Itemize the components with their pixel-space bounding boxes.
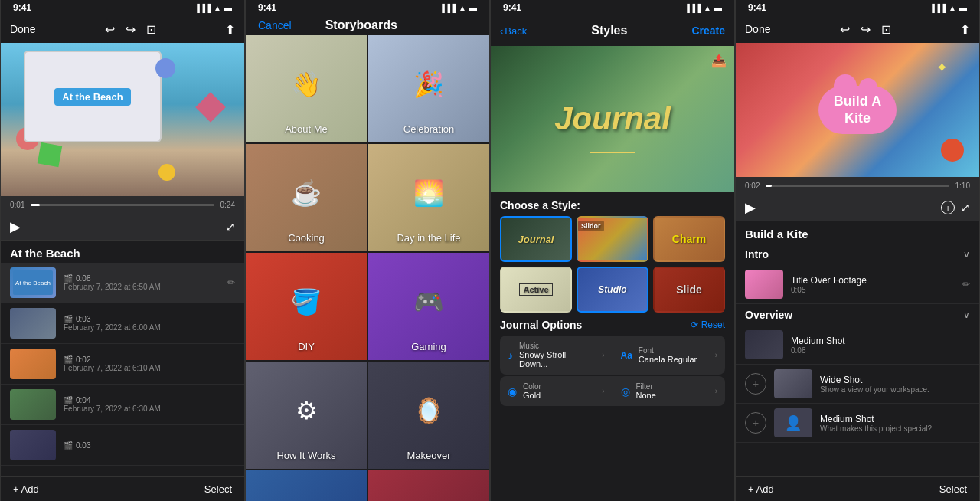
style-item-active[interactable]: Active [500,267,572,313]
toolbar-center-1: ↩ ↪ ⊡ [105,22,156,37]
battery-icon: ▬ [224,4,232,12]
clip-item-2[interactable]: 🎬 0:03 February 7, 2022 at 6:00 AM [1,303,244,344]
option-row-2: ◉ Color Gold › ◎ Filter None › [500,376,725,406]
options-header: Journal Options ⟳ Reset [500,319,725,331]
grid-item-how-it-works[interactable]: ⚙ How It Works [246,362,367,469]
clip-item-4[interactable]: 🎬 0:04 February 7, 2022 at 6:30 AM [1,385,244,425]
undo-icon[interactable]: ↩ [105,22,115,37]
share-icon-4[interactable]: ⬆ [960,23,970,36]
gaming-label: Gaming [368,341,489,352]
clip-thumb-2 [10,308,56,339]
timeline-bar-1: 0:01 0:24 [1,196,244,214]
crop-icon-4[interactable]: ⊡ [881,22,891,37]
clip-edit-1[interactable]: ✏ [227,277,235,288]
grid-item-diy[interactable]: 🪣 DIY [246,253,367,360]
gaming-icon: 🎮 [413,287,444,316]
status-icons-4: ▐▐▐ ▲ ▬ [929,4,967,12]
add-wide-shot-button[interactable]: + [745,373,766,395]
battery-icon-2: ▬ [469,4,477,12]
grid-item-day-in-life[interactable]: 🌅 Day in the Life [368,144,489,251]
style-active-text: Active [519,283,552,296]
clip-item-1[interactable]: At the Beach 🎬 0:08 February 7, 2022 at … [1,263,244,303]
grid-item-cooking[interactable]: ☕ Cooking [246,144,367,251]
status-bar-2: 9:41 ▐▐▐ ▲ ▬ [246,0,489,15]
filter-option[interactable]: ◎ Filter None › [613,376,726,406]
style-item-colorful[interactable]: Slidor [577,216,648,262]
create-button[interactable]: Create [691,25,725,37]
overview-clip-title-1: Medium Shot [791,336,970,346]
done-button-4[interactable]: Done [745,23,770,35]
style-item-journal[interactable]: Journal [500,216,572,262]
undo-icon-4[interactable]: ↩ [840,22,850,37]
project-title-1: At the Beach [1,241,244,263]
timeline-track-1[interactable] [31,204,214,206]
play-button-1[interactable]: ▶ [10,218,21,235]
intro-clip-edit-1[interactable]: ✏ [962,279,970,290]
clip-info-1: 🎬 0:08 February 7, 2022 at 6:50 AM [64,274,220,291]
grid-item-about-me[interactable]: 👋 About Me [246,35,367,142]
font-option[interactable]: Aa Font Canela Regular › [613,336,726,375]
redo-icon-4[interactable]: ↪ [861,22,871,37]
font-arrow: › [715,351,717,359]
grid-item-film[interactable]: 📽 Film [368,470,489,501]
grid-item-qa[interactable]: 💬 Q&A [246,470,367,501]
overview-clip-3[interactable]: + 👤 Medium Shot What makes this project … [736,404,979,443]
style-item-slide[interactable]: Slide [653,267,725,313]
overview-clip-1[interactable]: Medium Shot 0:08 [736,326,979,365]
add-button-4[interactable]: + Add [748,483,774,495]
phone-4: 9:41 ▐▐▐ ▲ ▬ Done ↩ ↪ ⊡ ⬆ ✦ [735,0,980,501]
add-button-1[interactable]: + Add [13,483,39,495]
celebration-label: Celebration [368,123,489,135]
signal-icon-3: ▐▐▐ [684,4,701,12]
music-option[interactable]: ♪ Music Snowy Stroll Down... › [500,336,613,375]
crop-icon[interactable]: ⊡ [146,22,156,37]
daylife-icon: 🌅 [413,178,444,208]
fullscreen-button-4[interactable]: ⤢ [961,201,970,214]
grid-item-celebration[interactable]: 🎉 Celebration [368,35,489,142]
overview-clip-2[interactable]: + Wide Shot Show a view of your workspac… [736,365,979,404]
share-icon[interactable]: ⬆ [225,23,235,36]
shape-diamond [195,92,226,123]
overview-section-header[interactable]: Overview ∨ [736,304,979,326]
timeline-track-4[interactable] [766,185,949,187]
toolbar-right-4: ⬆ [960,22,970,37]
color-option[interactable]: ◉ Color Gold › [500,376,613,406]
clip-item-3[interactable]: 🎬 0:02 February 7, 2022 at 6:10 AM [1,344,244,385]
filter-content: Filter None [636,382,709,400]
done-button-1[interactable]: Done [10,23,35,35]
clip-item-5[interactable]: 🎬 0:03 [1,425,244,466]
clip-thumb-3 [10,349,56,379]
intro-section-name: Intro [745,248,769,260]
overview-clip-duration-1: 0:08 [791,346,970,355]
style-item-charm[interactable]: Charm [653,216,725,262]
makeover-label: Makeover [368,450,489,461]
status-time-1: 9:41 [13,2,31,13]
storyboards-title: Storyboards [325,18,397,32]
fullscreen-button-1[interactable]: ⤢ [226,221,235,233]
clip-thumb-1: At the Beach [10,267,56,298]
music-icon: ♪ [508,349,513,362]
cancel-button[interactable]: Cancel [258,19,292,31]
styles-hero: Journal 📤 [491,46,734,192]
clip-meta-1: 🎬 0:08 [64,274,220,283]
signal-icon-2: ▐▐▐ [439,4,456,12]
reset-button[interactable]: ⟳ Reset [691,319,725,330]
intro-clip-1[interactable]: Title Over Footage 0:05 ✏ [736,265,979,304]
select-button-4[interactable]: Select [939,483,967,495]
add-medium-shot-button[interactable]: + [745,412,766,434]
signal-icon: ▐▐▐ [194,4,211,12]
grid-item-gaming[interactable]: 🎮 Gaming [368,253,489,360]
diy-icon: 🪣 [291,287,322,316]
info-button-4[interactable]: i [941,201,955,214]
wifi-icon-3: ▲ [704,4,711,12]
style-item-studio[interactable]: Studio [577,267,648,313]
back-button[interactable]: ‹ Back [500,25,527,37]
cooking-label: Cooking [246,232,367,244]
redo-icon[interactable]: ↪ [126,22,136,37]
status-time-3: 9:41 [503,2,521,13]
play-button-4[interactable]: ▶ [745,199,756,216]
intro-section-header[interactable]: Intro ∨ [736,244,979,265]
timeline-bar-4: 0:02 1:10 [736,177,979,195]
select-button-1[interactable]: Select [204,483,232,495]
grid-item-makeover[interactable]: 🪞 Makeover [368,362,489,469]
